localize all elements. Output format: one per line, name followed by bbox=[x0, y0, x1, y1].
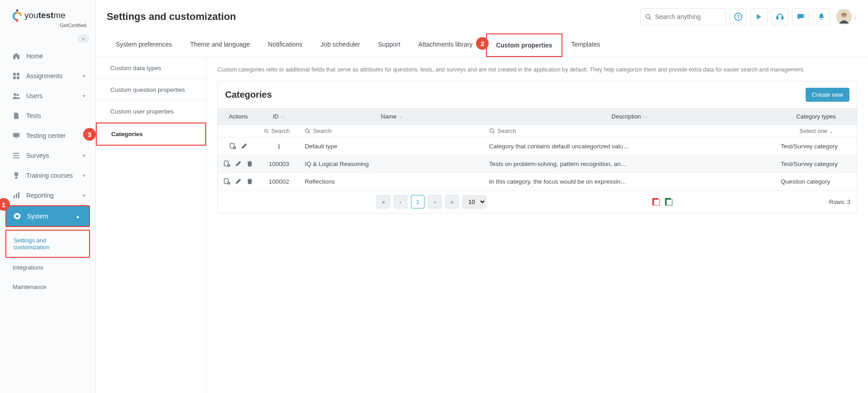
page-first-button[interactable]: « bbox=[377, 195, 390, 208]
chat-button[interactable] bbox=[792, 8, 809, 25]
tab-theme[interactable]: Theme and language bbox=[181, 33, 259, 57]
callout-badge-3: 3 bbox=[83, 128, 96, 141]
page-last-button[interactable]: » bbox=[445, 195, 459, 208]
play-icon bbox=[755, 13, 763, 20]
copy-icon[interactable]: + bbox=[223, 178, 231, 185]
filter-id[interactable] bbox=[259, 125, 299, 137]
tab-support[interactable]: Support bbox=[369, 33, 409, 57]
filter-name[interactable] bbox=[299, 125, 484, 137]
sidebar: youtestme GetCertified « Home Assignment… bbox=[0, 0, 96, 393]
categories-table: Actions ID↑↓ Name ↓ Description↑↓ Catego… bbox=[218, 108, 857, 190]
create-new-button[interactable]: Create new bbox=[806, 88, 849, 102]
avatar bbox=[836, 9, 852, 24]
tab-attachments[interactable]: Attachments library 2 bbox=[409, 33, 481, 57]
filter-desc[interactable] bbox=[484, 125, 775, 137]
cell-id: 1 bbox=[259, 137, 299, 155]
sidebar-item-home[interactable]: Home bbox=[0, 46, 95, 66]
avatar-image-icon bbox=[836, 9, 852, 24]
copy-icon[interactable]: + bbox=[223, 160, 231, 167]
global-search-input[interactable] bbox=[655, 13, 721, 20]
chevron-down-icon: ▼ bbox=[82, 94, 86, 99]
monitor-icon bbox=[13, 132, 21, 139]
help-button[interactable]: ? bbox=[730, 8, 747, 25]
edit-icon[interactable] bbox=[235, 178, 242, 185]
filter-desc-input[interactable] bbox=[497, 128, 770, 134]
subnav-question-props[interactable]: Custom question properties bbox=[96, 79, 206, 101]
sidebar-item-reporting[interactable]: Reporting ▼ 1 bbox=[0, 185, 95, 205]
sidebar-item-users[interactable]: Users ▼ bbox=[0, 86, 95, 106]
user-menu[interactable]: ⌄ bbox=[834, 9, 857, 24]
rows-count: Rows: 3 bbox=[829, 199, 850, 205]
tab-label: Notifications bbox=[268, 41, 302, 48]
headset-button[interactable] bbox=[771, 8, 788, 25]
col-id[interactable]: ID↑↓ bbox=[259, 109, 299, 125]
page-number-button[interactable]: 1 bbox=[411, 195, 425, 208]
sidebar-sub-settings[interactable]: Settings and customization bbox=[5, 230, 90, 258]
collapse-sidebar-button[interactable]: « bbox=[77, 34, 89, 43]
sidebar-item-testing-center[interactable]: Testing center ▼ bbox=[0, 126, 95, 146]
page-number: 1 bbox=[416, 199, 419, 205]
card-header: Categories Create new bbox=[218, 81, 857, 108]
global-search[interactable] bbox=[640, 8, 726, 25]
export-pdf-icon[interactable] bbox=[651, 197, 660, 206]
copy-icon[interactable]: + bbox=[229, 142, 236, 150]
cell-type: Test/Survey category bbox=[775, 155, 857, 173]
bell-icon bbox=[817, 13, 826, 21]
edit-icon[interactable] bbox=[241, 142, 248, 150]
subnav-categories[interactable]: Categories 3 bbox=[96, 123, 206, 146]
sidebar-item-label: Training courses bbox=[26, 172, 73, 179]
filter-id-input[interactable] bbox=[271, 128, 294, 134]
sidebar-item-assignments[interactable]: Assignments ▼ bbox=[0, 66, 95, 86]
row-actions: + bbox=[223, 142, 253, 150]
main: Settings and customization ? bbox=[96, 0, 868, 393]
file-icon bbox=[13, 112, 21, 119]
page-prev-button[interactable]: ‹ bbox=[394, 195, 407, 208]
sidebar-item-label: Surveys bbox=[26, 152, 49, 159]
svg-line-29 bbox=[493, 132, 494, 133]
svg-point-0 bbox=[16, 9, 18, 11]
col-name[interactable]: Name ↓ bbox=[299, 109, 484, 125]
col-type: Category types bbox=[775, 109, 857, 125]
svg-rect-19 bbox=[777, 17, 778, 19]
tab-notifications[interactable]: Notifications bbox=[259, 33, 311, 57]
sidebar-item-label: Tests bbox=[26, 112, 41, 119]
filter-type[interactable]: Select one ⌄ bbox=[775, 125, 857, 137]
button-label: Create new bbox=[812, 91, 843, 98]
card-footer: « ‹ 1 › » 10 Rows: 3 bbox=[218, 190, 857, 213]
cell-id: 100003 bbox=[259, 155, 299, 173]
home-icon bbox=[13, 52, 21, 60]
subnav: Custom data types Custom question proper… bbox=[96, 57, 207, 393]
sidebar-item-tests[interactable]: Tests bbox=[0, 106, 95, 126]
sidebar-item-training[interactable]: Training courses ▼ bbox=[0, 166, 95, 185]
tab-system-prefs[interactable]: System preferences bbox=[107, 33, 181, 57]
card-title: Categories bbox=[225, 90, 272, 100]
subnav-label: Custom question properties bbox=[110, 86, 185, 93]
tabs: System preferences Theme and language No… bbox=[96, 33, 868, 57]
col-description[interactable]: Description↑↓ bbox=[484, 109, 775, 125]
cell-name: Reflections bbox=[299, 173, 484, 190]
filter-name-input[interactable] bbox=[313, 128, 478, 134]
edit-icon[interactable] bbox=[235, 160, 242, 167]
sidebar-item-surveys[interactable]: Surveys ▼ bbox=[0, 146, 95, 166]
svg-rect-4 bbox=[17, 76, 19, 79]
subnav-data-types[interactable]: Custom data types bbox=[96, 57, 206, 79]
chevron-down-icon: ⌄ bbox=[854, 14, 857, 19]
subnav-user-props[interactable]: Custom user properties bbox=[96, 101, 206, 123]
play-button[interactable] bbox=[750, 8, 768, 25]
page-size-select[interactable]: 10 bbox=[462, 195, 486, 208]
content-row: Custom data types Custom question proper… bbox=[96, 57, 868, 393]
svg-rect-23 bbox=[841, 14, 847, 15]
bell-button[interactable] bbox=[813, 8, 830, 25]
headset-icon bbox=[776, 13, 784, 21]
export-excel-icon[interactable] bbox=[664, 197, 673, 206]
tab-templates[interactable]: Templates bbox=[562, 33, 609, 57]
page-next-button[interactable]: › bbox=[428, 195, 442, 208]
tab-job-scheduler[interactable]: Job scheduler bbox=[311, 33, 369, 57]
delete-icon[interactable] bbox=[246, 178, 253, 185]
sort-asc-icon: ↓ bbox=[398, 114, 402, 119]
sidebar-sub-integrations[interactable]: Integrations bbox=[0, 258, 95, 277]
sidebar-item-system[interactable]: System ▲ bbox=[5, 205, 90, 227]
sidebar-sub-maintenance[interactable]: Maintenance bbox=[0, 277, 95, 297]
delete-icon[interactable] bbox=[246, 160, 253, 167]
tab-custom-properties[interactable]: Custom properties bbox=[486, 33, 562, 57]
